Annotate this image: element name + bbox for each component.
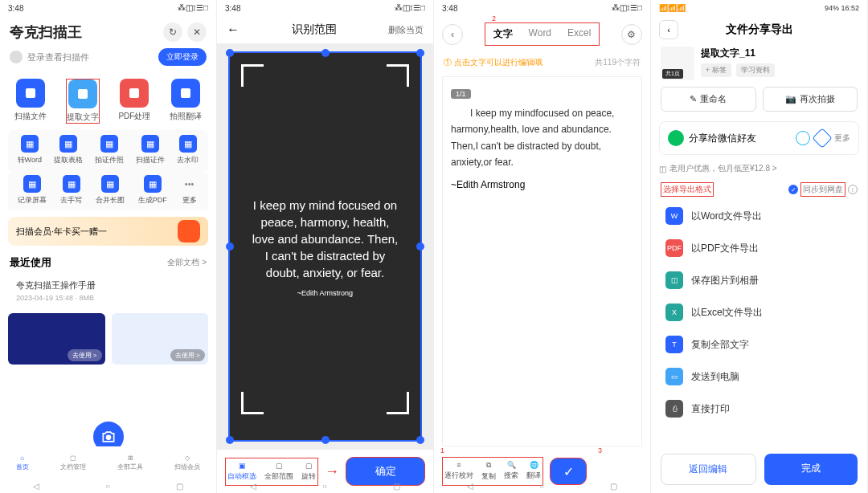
tool-生成PDF[interactable]: ▦生成PDF xyxy=(138,175,167,206)
svg-rect-0 xyxy=(26,88,35,98)
qq-icon[interactable] xyxy=(796,131,810,145)
grid-拍照翻译[interactable]: 拍照翻译 xyxy=(170,79,202,124)
export-发送到电脑[interactable]: ▭发送到电脑 xyxy=(651,361,867,393)
svg-rect-1 xyxy=(78,89,88,99)
doc-item[interactable]: 夸克扫描王操作手册 2023-04-19 15:48 · 8MB xyxy=(0,273,216,308)
file-thumb: 共1页 xyxy=(661,47,694,80)
svg-rect-2 xyxy=(129,88,139,98)
export-以Excel文件导出[interactable]: X以Excel文件导出 xyxy=(651,296,867,328)
refresh-icon[interactable]: ↻ xyxy=(163,22,182,42)
format-label: 选择导出格式 xyxy=(661,182,714,197)
tab-Excel[interactable]: Excel xyxy=(559,23,599,45)
file-tags: + 标签学习资料 xyxy=(701,63,858,77)
grid-PDF处理[interactable]: PDF处理 xyxy=(118,79,150,124)
card-ai[interactable]: 去使用 > xyxy=(8,313,105,365)
tab-文档管理[interactable]: ▢文档管理 xyxy=(60,454,86,471)
login-prompt: 登录查看扫描件 xyxy=(10,51,89,63)
tool-grid-1: ▦转Word▦提取表格▦拍证件照▦扫描证件▦去水印 xyxy=(8,130,208,170)
file-name: 提取文字_11 xyxy=(701,47,858,60)
back-button[interactable]: ‹ xyxy=(659,20,678,39)
promo-text[interactable]: ◫ 老用户优惠，包月低至¥12.8 > xyxy=(659,163,859,174)
tool-grid-2: ▦记录屏幕▦去手写▦合并长图▦生成PDF•••更多 xyxy=(8,170,208,210)
export-保存图片到相册[interactable]: ◫保存图片到相册 xyxy=(651,264,867,296)
more-share[interactable]: 更多 xyxy=(834,132,850,144)
tool-转Word[interactable]: ▦转Word xyxy=(18,135,42,165)
tab-文字[interactable]: 文字 xyxy=(485,23,521,45)
done-button[interactable]: 完成 xyxy=(764,454,858,485)
tab-全部工具[interactable]: ⊞全部工具 xyxy=(117,454,143,471)
screen-export: 📶📶📶94% 16:52 ‹ 文件分享导出 共1页 提取文字_11 + 标签学习… xyxy=(651,0,868,493)
app-title: 夸克扫描王 xyxy=(10,22,82,42)
edit-tip: ① 点击文字可以进行编辑哦 xyxy=(444,57,542,68)
delete-page-button[interactable]: 删除当页 xyxy=(388,24,424,36)
sync-toggle[interactable]: ✓同步到网盘i xyxy=(788,182,858,197)
main-grid: 扫描文件提取文字PDF处理拍照翻译 xyxy=(0,72,216,130)
tab-Word[interactable]: Word xyxy=(521,23,559,45)
back-icon[interactable]: ← xyxy=(227,22,240,37)
back-button[interactable]: ‹ xyxy=(442,24,463,45)
promo-banner[interactable]: 扫描会员·年卡买一赠一 xyxy=(8,217,208,246)
tag[interactable]: + 标签 xyxy=(701,63,731,77)
char-count: 共119个字符 xyxy=(595,57,641,68)
tool-去水印[interactable]: ▦去水印 xyxy=(177,135,199,165)
tool-合并长图[interactable]: ▦合并长图 xyxy=(96,175,125,206)
page-title: 识别范围 xyxy=(292,22,337,37)
export-以PDF文件导出[interactable]: PDF以PDF文件导出 xyxy=(651,232,867,264)
rename-button[interactable]: ✎ 重命名 xyxy=(661,87,756,112)
system-nav: ◁○▢ xyxy=(0,479,216,493)
avatar-icon xyxy=(10,51,23,63)
share-wechat[interactable]: 分享给微信好友 更多 xyxy=(659,121,859,155)
export-直接打印[interactable]: ⎙直接打印 xyxy=(651,393,867,425)
recent-title: 最近使用 xyxy=(10,255,51,270)
bottom-tabs: ⌂首页▢文档管理⊞全部工具◇扫描会员 xyxy=(0,446,216,479)
login-button[interactable]: 立即登录 xyxy=(158,48,207,66)
tool-扫描证件[interactable]: ▦扫描证件 xyxy=(136,135,165,165)
screen-crop: 3:48⁂◫⟟☰□ ← 识别范围 删除当页 I keep my mind foc… xyxy=(217,0,434,493)
all-docs-link[interactable]: 全部文档 > xyxy=(167,257,207,268)
close-icon[interactable]: ✕ xyxy=(187,22,207,42)
export-以Word文件导出[interactable]: W以Word文件导出 xyxy=(651,200,867,232)
photo-preview[interactable]: I keep my mind focused on peace, harmony… xyxy=(228,51,422,442)
settings-button[interactable]: ⚙ xyxy=(621,24,642,45)
export-复制全部文字[interactable]: T复制全部文字 xyxy=(651,328,867,361)
export-list: W以Word文件导出PDF以PDF文件导出◫保存图片到相册X以Excel文件导出… xyxy=(651,200,867,446)
status-bar: 3:48 ⁂◫⟟☰□ xyxy=(0,0,216,16)
screen-home: 3:48 ⁂◫⟟☰□ 夸克扫描王 ↻ ✕ 登录查看扫描件 立即登录 扫描文件提取… xyxy=(0,0,217,493)
camera-icon xyxy=(178,220,200,242)
screen-text: 3:48⁂◫⟟☰□ ‹ 2 文字WordExcel ⚙ ① 点击文字可以进行编辑… xyxy=(434,0,651,493)
back-edit-button[interactable]: 返回编辑 xyxy=(661,454,756,485)
tab-首页[interactable]: ⌂首页 xyxy=(16,454,29,471)
svg-point-4 xyxy=(105,435,111,441)
card-extract[interactable]: 去使用 > xyxy=(112,313,209,365)
reshoot-button[interactable]: 📷 再次拍摄 xyxy=(763,87,858,112)
tool-去手写[interactable]: ▦去手写 xyxy=(60,175,82,206)
grid-提取文字[interactable]: 提取文字 xyxy=(66,79,100,124)
wechat-icon xyxy=(668,130,684,146)
text-editor[interactable]: 1/1 I keep my mindfocused on peace, harm… xyxy=(442,76,642,446)
alipay-icon[interactable] xyxy=(812,128,832,148)
svg-rect-3 xyxy=(181,88,190,98)
tool-拍证件照[interactable]: ▦拍证件照 xyxy=(95,135,124,165)
grid-扫描文件[interactable]: 扫描文件 xyxy=(14,79,47,124)
tool-更多[interactable]: •••更多 xyxy=(181,175,199,206)
tab-扫描会员[interactable]: ◇扫描会员 xyxy=(174,454,200,471)
tool-记录屏幕[interactable]: ▦记录屏幕 xyxy=(18,175,47,206)
tool-提取表格[interactable]: ▦提取表格 xyxy=(54,135,83,165)
tag[interactable]: 学习资料 xyxy=(736,63,775,77)
format-tabs: 文字WordExcel xyxy=(485,22,600,46)
